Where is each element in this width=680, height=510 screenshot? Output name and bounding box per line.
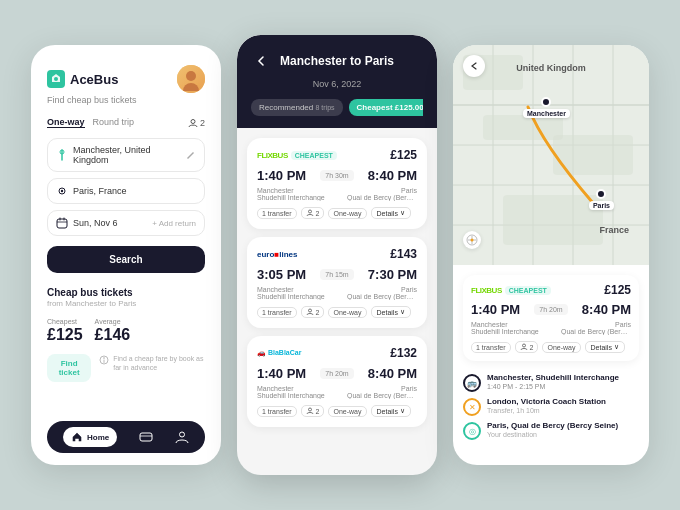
duration-2: 7h 15m — [320, 269, 353, 280]
operator-eurolines: euro■lines — [257, 250, 297, 259]
screen-acebus: AceBus Find cheap bus tickets One-way Ro… — [31, 45, 221, 465]
map-pin-paris: Paris — [589, 189, 614, 210]
waypoint-icon-bus: 🚌 — [463, 374, 481, 392]
from-detail-3: Shudehill Interchange — [257, 392, 325, 399]
bottom-nav: Home — [47, 421, 205, 453]
triptype-tag-1: One-way — [328, 208, 366, 219]
s3-details-btn[interactable]: Details ∨ — [585, 341, 625, 353]
from-station-1: Manchester — [257, 187, 325, 194]
waypoint-icon-dest: ◎ — [463, 422, 481, 440]
filter-cheapest[interactable]: Cheapest £125.00 — [349, 99, 423, 116]
svg-point-27 — [471, 239, 474, 242]
waypoint-name-2: London, Victoria Coach Station — [487, 397, 606, 407]
toggle-oneway[interactable]: One-way — [47, 117, 85, 128]
waypoint-time-1: 1:40 PM - 2:15 PM — [487, 383, 619, 390]
nav-tickets[interactable] — [139, 430, 153, 444]
acebus-logo-icon — [47, 70, 65, 88]
operator-blablacar: 🚗 BlaBlaCar — [257, 349, 301, 357]
s3-price: £125 — [604, 283, 631, 297]
info-tags-2: 1 transfer 2 One-way Details ∨ — [257, 306, 417, 318]
to-detail-3: Quai de Bercy (Bercy ... — [347, 392, 417, 399]
add-return[interactable]: + Add return — [152, 219, 196, 228]
s3-triptype-tag: One-way — [542, 342, 580, 353]
pax-tag-2: 2 — [301, 306, 325, 318]
filter-recommended[interactable]: Recommended 8 trips — [251, 99, 343, 116]
results-back-button[interactable] — [251, 51, 271, 71]
nav-home-label: Home — [87, 433, 109, 442]
result-card-1[interactable]: FLIXBUS CHEAPEST £125 1:40 PM 7h 30m 8:4… — [247, 138, 427, 229]
results-route-title: Manchester to Paris — [279, 54, 395, 68]
from-text: Manchester, United Kingdom — [73, 145, 181, 165]
operator-flixbus: FLIXBUS CHEAPEST — [257, 151, 337, 160]
pax-tag-1: 2 — [301, 207, 325, 219]
details-btn-3[interactable]: Details ∨ — [371, 405, 411, 417]
details-btn-1[interactable]: Details ∨ — [371, 207, 411, 219]
price-2: £143 — [390, 247, 417, 261]
s3-cheapest-tag: CHEAPEST — [505, 286, 551, 295]
s3-from-detail: Shudehill Interchange — [471, 328, 539, 335]
toggle-roundtrip[interactable]: Round trip — [93, 117, 135, 128]
s3-to-station: Paris — [561, 321, 631, 328]
search-button[interactable]: Search — [47, 246, 205, 273]
selected-result-card[interactable]: FLIXBUS CHEAPEST £125 1:40 PM 7h 20m 8:4… — [463, 275, 639, 361]
avatar[interactable] — [177, 65, 205, 93]
details-btn-2[interactable]: Details ∨ — [371, 306, 411, 318]
paris-dot — [596, 189, 606, 199]
s3-from-station: Manchester — [471, 321, 539, 328]
screens-container: AceBus Find cheap bus tickets One-way Ro… — [31, 35, 649, 475]
waypoint-icon-transfer: ✕ — [463, 398, 481, 416]
price-1: £125 — [390, 148, 417, 162]
from-field[interactable]: Manchester, United Kingdom — [47, 138, 205, 172]
logo-text: AceBus — [70, 72, 118, 87]
s3-arrive: 8:40 PM — [582, 302, 631, 317]
s3-operator: FLIXBUS CHEAPEST — [471, 286, 551, 295]
arrive-2: 7:30 PM — [368, 267, 417, 282]
from-detail-2: Shudehill Interchange — [257, 293, 325, 300]
transfer-tag-3: 1 transfer — [257, 406, 297, 417]
to-detail-2: Quai de Bercy (Bercy ... — [347, 293, 417, 300]
svg-rect-5 — [57, 219, 67, 228]
manchester-label: Manchester — [523, 109, 570, 118]
nav-profile[interactable] — [175, 430, 189, 444]
waypoint-note-3: Your destination — [487, 431, 618, 438]
to-station-1: Paris — [347, 187, 417, 194]
depart-1: 1:40 PM — [257, 168, 306, 183]
result-card-3[interactable]: 🚗 BlaBlaCar £132 1:40 PM 7h 20m 8:40 PM … — [247, 336, 427, 427]
s3-depart: 1:40 PM — [471, 302, 520, 317]
to-station-3: Paris — [347, 385, 417, 392]
screen3-body: FLIXBUS CHEAPEST £125 1:40 PM 7h 20m 8:4… — [453, 265, 649, 465]
average-col: Average £146 — [95, 318, 131, 344]
screen-map: United Kingdom France Manchester Paris — [453, 45, 649, 465]
map-france-label: France — [599, 225, 629, 235]
waypoints: 🚌 Manchester, Shudehill Interchange 1:40… — [463, 373, 639, 440]
svg-point-7 — [103, 357, 105, 359]
depart-2: 3:05 PM — [257, 267, 306, 282]
waypoint-3: ◎ Paris, Quai de Bercy (Bercy Seine) You… — [463, 421, 639, 440]
cheap-title: Cheap bus tickets — [47, 287, 205, 298]
svg-point-12 — [308, 408, 311, 411]
duration-3: 7h 20m — [320, 368, 353, 379]
s3-duration: 7h 20m — [534, 304, 567, 315]
waypoint-info-2: London, Victoria Coach Station Transfer,… — [487, 397, 606, 414]
from-station-3: Manchester — [257, 385, 325, 392]
map-back-button[interactable] — [463, 55, 485, 77]
pax-badge[interactable]: 2 — [188, 118, 205, 128]
nav-home[interactable]: Home — [63, 427, 117, 447]
cheapest-price: £125 — [47, 326, 83, 344]
manchester-dot — [541, 97, 551, 107]
screen-results: Manchester to Paris Nov 6, 2022 Recommen… — [237, 35, 437, 475]
logo-area: AceBus — [47, 70, 118, 88]
price-row: Cheapest £125 Average £146 — [47, 318, 205, 344]
svg-point-9 — [179, 432, 184, 437]
waypoint-name-3: Paris, Quai de Bercy (Bercy Seine) — [487, 421, 618, 431]
find-ticket-button[interactable]: Find ticket — [47, 354, 91, 382]
map-uk-label: United Kingdom — [516, 63, 586, 73]
to-field[interactable]: Paris, France — [47, 178, 205, 204]
results-body: FLIXBUS CHEAPEST £125 1:40 PM 7h 30m 8:4… — [237, 128, 437, 475]
svg-point-10 — [308, 210, 311, 213]
info-tags-3: 1 transfer 2 One-way Details ∨ — [257, 405, 417, 417]
arrive-1: 8:40 PM — [368, 168, 417, 183]
result-card-2[interactable]: euro■lines £143 3:05 PM 7h 15m 7:30 PM M… — [247, 237, 427, 328]
s3-flixbus-logo: FLIXBUS — [471, 286, 502, 295]
date-field[interactable]: Sun, Nov 6 + Add return — [47, 210, 205, 236]
